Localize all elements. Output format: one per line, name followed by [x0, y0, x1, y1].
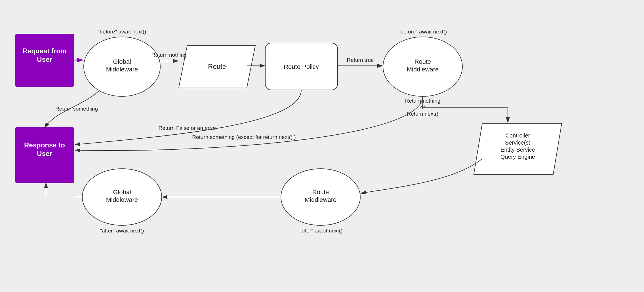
global-middleware-top-label: Global	[113, 58, 131, 65]
route-middleware-top-label2: Middleware	[407, 66, 439, 73]
route-label: Route	[208, 63, 226, 70]
route-middleware-bottom-label2: Middleware	[305, 196, 337, 203]
controller-service-label1: Controller	[506, 132, 530, 139]
route-policy-label: Route Policy	[284, 63, 319, 70]
response-to-user-label: Response to	[24, 141, 65, 149]
response-to-user-label2: User	[37, 150, 52, 157]
global-middleware-top-label2: Middleware	[106, 66, 138, 73]
edge-routemw-return-something-label: Return something (except for return next…	[192, 134, 296, 140]
annotation-after-global: "after" await next()	[100, 228, 144, 234]
route-middleware-bottom-label: Route	[312, 189, 329, 196]
annotation-before-global: "before" await next()	[98, 29, 146, 35]
annotation-return-nothing-or-next-2: or	[420, 104, 426, 110]
annotation-return-nothing-or-next-3: Return next()	[407, 111, 439, 117]
annotation-return-nothing-or-next-1: Return nothing	[405, 98, 441, 104]
request-from-user-label2: User	[37, 56, 52, 63]
diagram-container: Request from User Response to User Globa…	[0, 0, 644, 292]
controller-service-label3: Entity Service	[500, 147, 535, 153]
edge-routepolicy-routemw-label: Return true	[347, 57, 374, 63]
annotation-before-route-mw: "before" await next()	[399, 29, 447, 35]
request-from-user-label: Request from	[23, 47, 67, 55]
global-middleware-bottom-label2: Middleware	[106, 196, 138, 203]
edge-routepolicy-return-false-label: Return False or an error	[159, 125, 216, 131]
controller-service-label2: Service(s)	[505, 139, 531, 146]
edge-global-route-label: Return nothing	[151, 52, 187, 58]
controller-service-label4: Query Engine	[500, 154, 535, 160]
global-middleware-bottom-label: Global	[113, 189, 131, 196]
route-middleware-top-label: Route	[414, 58, 431, 65]
annotation-after-route-mw: "after" await next()	[299, 228, 343, 234]
edge-global-top-return-something-label: Return something	[55, 106, 98, 112]
flow-diagram-svg: Request from User Response to User Globa…	[0, 0, 644, 292]
